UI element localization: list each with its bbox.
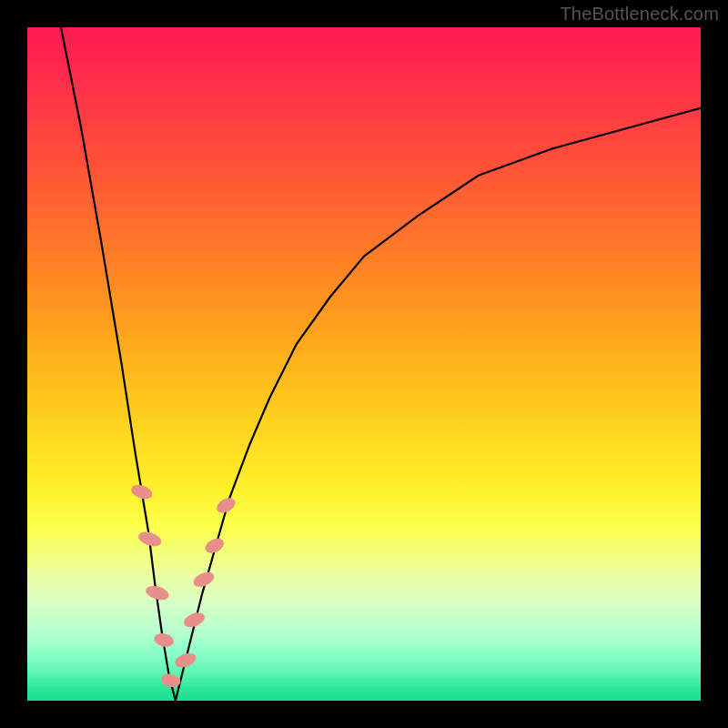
bead-marker xyxy=(129,482,154,501)
bead-marker xyxy=(173,651,197,670)
curve-right-arm xyxy=(176,108,701,701)
attribution-text: TheBottleneck.com xyxy=(560,4,719,25)
curve-svg xyxy=(27,27,701,701)
curve-left-arm xyxy=(61,27,176,701)
chart-frame: TheBottleneck.com xyxy=(0,0,728,728)
plot-area xyxy=(27,27,701,701)
bead-marker xyxy=(153,632,176,649)
